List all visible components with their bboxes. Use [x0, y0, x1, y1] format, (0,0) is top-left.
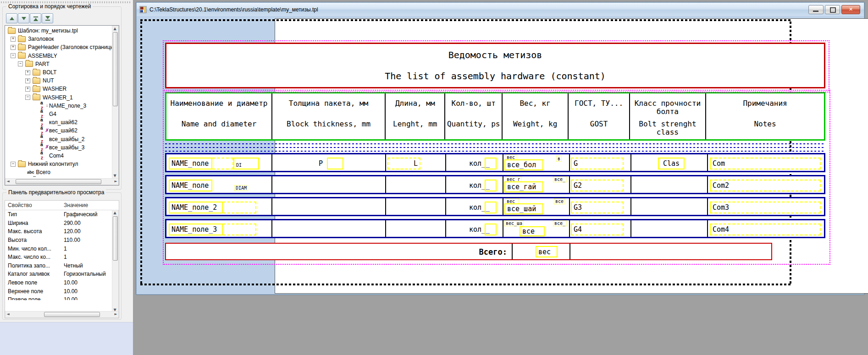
tree-item[interactable]: +PageHeader (Заголовок страницы): [5, 43, 112, 51]
properties-vertical-scrollbar[interactable]: ▲ ▼: [112, 210, 119, 313]
properties-horizontal-scrollbar[interactable]: ◄ ►: [5, 311, 119, 318]
field-box[interactable]: [485, 180, 497, 191]
field-label-small[interactable]: все: [554, 198, 565, 204]
field-box[interactable]: все_шай: [504, 203, 543, 214]
tree-item[interactable]: −Нижний колонтитул: [5, 160, 112, 168]
tree-item[interactable]: +WASHER: [5, 85, 112, 93]
tree-item[interactable]: azCom4: [5, 152, 112, 160]
expand-plus-icon[interactable]: +: [11, 45, 16, 50]
field-box[interactable]: [485, 224, 497, 235]
field-box[interactable]: G3: [571, 202, 624, 213]
field-box-extension[interactable]: [223, 224, 256, 235]
move-top-button[interactable]: [30, 13, 41, 23]
field-box[interactable]: G2: [571, 180, 624, 191]
expand-minus-icon[interactable]: −: [25, 95, 30, 100]
scroll-left-icon[interactable]: ◄: [6, 311, 11, 317]
field-box[interactable]: [485, 202, 497, 213]
field-box[interactable]: [485, 158, 497, 169]
tree-item[interactable]: −WASHER_1: [5, 93, 112, 102]
property-row[interactable]: Мин. число кол...1: [5, 244, 119, 253]
tree-item[interactable]: azвсе_шайбы_2: [5, 135, 112, 143]
field-box[interactable]: Com4: [710, 224, 821, 235]
expand-minus-icon[interactable]: −: [11, 53, 16, 58]
field-box[interactable]: NAME_поле_2: [169, 202, 223, 213]
tree-item[interactable]: −ASSEMBLY: [5, 52, 112, 60]
tree-item[interactable]: +NUT: [5, 76, 112, 85]
scroll-down-icon[interactable]: ▼: [112, 173, 117, 178]
field-box[interactable]: [327, 158, 343, 169]
field-box[interactable]: Com: [710, 158, 821, 169]
scroll-right-icon[interactable]: ►: [113, 179, 118, 184]
close-button[interactable]: ✕: [841, 5, 860, 14]
field-label[interactable]: P: [319, 159, 323, 168]
template-data-row[interactable]: NAME_поле DIAM кол__ вес_г все_ все_гай …: [165, 175, 825, 194]
scrollbar-thumb[interactable]: [16, 179, 101, 184]
field-label-small[interactable]: вес_ша: [504, 220, 524, 226]
field-label-small[interactable]: в: [556, 156, 562, 162]
tree-item[interactable]: az↓NAME_поле_3: [5, 102, 112, 110]
field-box[interactable]: все: [520, 226, 545, 236]
scroll-up-icon[interactable]: ▲: [112, 26, 117, 31]
tree-item[interactable]: abcВсего: [5, 168, 112, 176]
field-label-small[interactable]: DIAM: [234, 185, 248, 191]
template-data-row[interactable]: NAME_поле DI P L кол__ вес в все_бол G C…: [165, 153, 825, 172]
move-up-button[interactable]: [6, 13, 17, 23]
tree-item[interactable]: azG4: [5, 110, 112, 118]
expand-plus-icon[interactable]: +: [25, 87, 30, 92]
tree-item[interactable]: Шаблон: my_метизы.tpl: [5, 27, 112, 35]
field-box[interactable]: L: [387, 158, 420, 169]
scrollbar-thumb[interactable]: [113, 216, 118, 261]
minimize-button[interactable]: [808, 5, 824, 14]
tree-horizontal-scrollbar[interactable]: ◄ ►: [5, 178, 119, 185]
property-row[interactable]: Макс. число ко...1: [5, 253, 119, 262]
tree-item[interactable]: azкол_шай62: [5, 118, 112, 126]
field-box-extension[interactable]: [223, 202, 256, 213]
field-box[interactable]: все_бол: [504, 159, 543, 170]
field-box[interactable]: DI: [233, 158, 259, 169]
tree-item[interactable]: +Заголовок: [5, 35, 112, 43]
expand-plus-icon[interactable]: +: [11, 37, 16, 42]
field-box-extension[interactable]: [212, 158, 233, 169]
tree-item[interactable]: az✗все_шайбы_3: [5, 143, 112, 152]
window-titlebar[interactable]: C:\TeklaStructures\20.1\environments\rus…: [137, 3, 864, 16]
tree-item-partial[interactable]: a: [5, 176, 112, 178]
field-box[interactable]: NAME_поле: [169, 158, 212, 169]
scrollbar-thumb[interactable]: [44, 312, 100, 317]
maximize-button[interactable]: [825, 5, 840, 14]
scrollbar-thumb[interactable]: [113, 32, 118, 106]
template-header-block[interactable]: Наименование и диаметрName and diameter …: [165, 92, 825, 141]
field-box[interactable]: Com2: [710, 180, 821, 191]
property-row[interactable]: Левое поле10.00: [5, 279, 119, 287]
move-bottom-button[interactable]: [42, 13, 53, 23]
move-down-button[interactable]: [18, 13, 29, 23]
field-box[interactable]: G: [571, 158, 624, 169]
property-row[interactable]: Политика запо...Четный: [5, 262, 119, 270]
tree-item[interactable]: az✗вес_шай62: [5, 126, 112, 135]
field-box[interactable]: Clas: [658, 158, 685, 169]
field-box[interactable]: вес: [536, 246, 558, 257]
expand-plus-icon[interactable]: +: [25, 78, 30, 83]
field-label-small[interactable]: все_: [553, 220, 567, 226]
expand-minus-icon[interactable]: −: [11, 162, 16, 167]
template-data-row[interactable]: NAME_поле_3 кол__ вес_ша все_ все G4 Com…: [165, 219, 825, 238]
property-row[interactable]: Верхнее поле10.00: [5, 287, 119, 295]
template-footer-block[interactable]: Всего: вес: [165, 243, 772, 260]
expand-minus-icon[interactable]: −: [18, 61, 23, 66]
template-data-row[interactable]: NAME_поле_2 кол__ вес_ все все_шай G3 Co…: [165, 197, 825, 216]
field-box[interactable]: Com3: [710, 202, 821, 213]
scroll-right-icon[interactable]: ►: [113, 311, 118, 317]
property-row[interactable]: Правое поле10.00: [5, 295, 119, 300]
property-row[interactable]: ТипГрафический: [5, 210, 119, 219]
property-row[interactable]: Высота110.00: [5, 236, 119, 245]
scroll-left-icon[interactable]: ◄: [6, 179, 11, 184]
field-box[interactable]: NAME_поле_3: [169, 224, 223, 235]
tree-vertical-scrollbar[interactable]: ▲ ▼: [112, 26, 119, 179]
field-box[interactable]: G4: [571, 224, 624, 235]
property-row[interactable]: Каталог заливокГоризонтальный: [5, 270, 119, 279]
tree-item[interactable]: −PART: [5, 60, 112, 68]
field-box[interactable]: NAME_поле: [169, 180, 212, 191]
field-box[interactable]: все_гай: [504, 181, 543, 192]
expand-plus-icon[interactable]: +: [25, 70, 30, 75]
template-title-block[interactable]: Ведомость метизов The list of assembly h…: [165, 43, 825, 88]
tree-item[interactable]: +BOLT: [5, 68, 112, 76]
